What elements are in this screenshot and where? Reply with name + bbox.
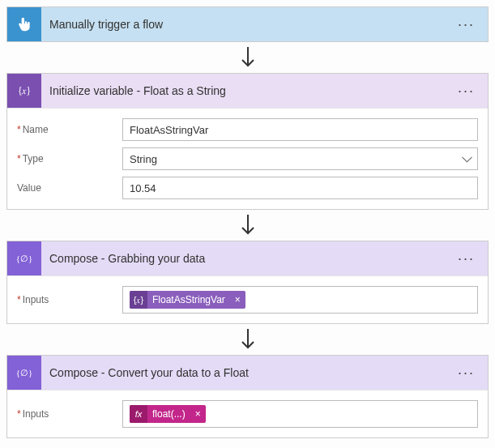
label-value: Value xyxy=(17,182,122,194)
flow-arrow xyxy=(6,210,489,241)
token-variable[interactable]: {𝑥} FloatAsStringVar × xyxy=(130,291,245,309)
input-inputs[interactable]: fx float(...) × xyxy=(122,400,478,428)
card-menu-button[interactable]: ··· xyxy=(454,83,478,100)
card-header-compose-convert[interactable]: {∅} Compose - Convert your data to a Flo… xyxy=(7,356,488,390)
action-card-compose-grab: {∅} Compose - Grabbing your data ··· Inp… xyxy=(6,241,489,324)
compose-icon: {∅} xyxy=(7,241,41,275)
label-name: Name xyxy=(17,124,122,135)
card-title: Compose - Convert your data to a Float xyxy=(41,366,454,379)
input-name[interactable]: FloatAsStringVar xyxy=(122,118,478,141)
action-card-compose-convert: {∅} Compose - Convert your data to a Flo… xyxy=(6,355,489,438)
field-row-name: Name FloatAsStringVar xyxy=(17,118,478,141)
action-card-init-variable: {𝑥} Initialize variable - Float as a Str… xyxy=(6,73,489,210)
token-label: float(...) xyxy=(147,408,190,420)
card-body-compose-convert: Inputs fx float(...) × xyxy=(7,390,488,437)
field-row-inputs: Inputs fx float(...) × xyxy=(17,400,478,428)
card-menu-button[interactable]: ··· xyxy=(454,16,478,33)
field-row-type: Type String xyxy=(17,147,478,170)
fx-icon: fx xyxy=(130,405,147,423)
svg-text:{∅}: {∅} xyxy=(16,368,32,378)
card-body-init-variable: Name FloatAsStringVar Type String Value … xyxy=(7,108,488,209)
action-card-trigger: Manually trigger a flow ··· xyxy=(6,6,489,42)
label-type: Type xyxy=(17,153,122,164)
variable-icon: {𝑥} xyxy=(130,291,147,309)
touch-icon xyxy=(7,7,41,41)
token-expression[interactable]: fx float(...) × xyxy=(130,405,206,423)
token-label: FloatAsStringVar xyxy=(147,294,230,305)
label-inputs: Inputs xyxy=(17,408,122,420)
card-body-compose-grab: Inputs {𝑥} FloatAsStringVar × xyxy=(7,275,488,323)
flow-arrow xyxy=(6,324,489,355)
field-row-inputs: Inputs {𝑥} FloatAsStringVar × xyxy=(17,286,478,314)
card-menu-button[interactable]: ··· xyxy=(454,250,478,267)
input-inputs[interactable]: {𝑥} FloatAsStringVar × xyxy=(122,286,478,314)
card-header-compose-grab[interactable]: {∅} Compose - Grabbing your data ··· xyxy=(7,241,488,275)
compose-icon: {∅} xyxy=(7,356,41,390)
card-menu-button[interactable]: ··· xyxy=(454,365,478,382)
svg-text:{𝑥}: {𝑥} xyxy=(18,86,31,96)
select-type-value: String xyxy=(130,153,157,165)
card-header-init-variable[interactable]: {𝑥} Initialize variable - Float as a Str… xyxy=(7,74,488,108)
card-title: Initialize variable - Float as a String xyxy=(41,84,454,97)
card-title: Compose - Grabbing your data xyxy=(41,252,454,265)
variable-icon: {𝑥} xyxy=(7,74,41,108)
token-remove-button[interactable]: × xyxy=(190,408,206,420)
label-inputs: Inputs xyxy=(17,294,122,305)
select-type[interactable]: String xyxy=(122,147,478,170)
input-value[interactable]: 10.54 xyxy=(122,177,478,199)
flow-arrow xyxy=(6,42,489,73)
svg-text:{∅}: {∅} xyxy=(16,254,32,263)
card-header-trigger[interactable]: Manually trigger a flow ··· xyxy=(7,7,488,41)
field-row-value: Value 10.54 xyxy=(17,177,478,199)
card-title: Manually trigger a flow xyxy=(41,18,454,31)
token-remove-button[interactable]: × xyxy=(230,294,245,305)
